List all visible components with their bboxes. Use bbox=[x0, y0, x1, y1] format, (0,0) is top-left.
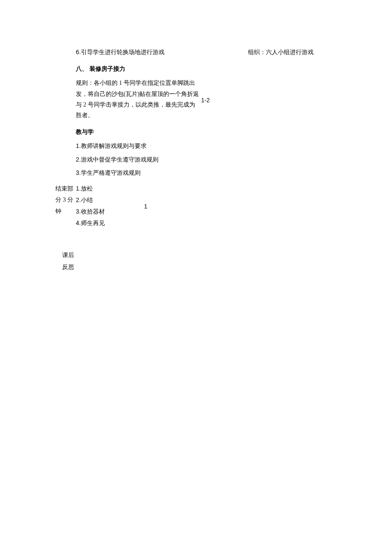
teach-line-3: 3.学生严格遵守游戏规则 bbox=[76, 168, 333, 178]
rule-row: 规则：各小组的 1 号同学在指定位置单脚跳出发，将自己的沙包(瓦片)贴在屋顶的一… bbox=[76, 78, 333, 123]
ending-item-2-text: 小结 bbox=[81, 197, 93, 203]
content-row-top: 6.引导学生进行轮换场地进行游戏 组织：六人小组进行游戏 八、 装修房子接力 规… bbox=[55, 47, 337, 181]
teach-2-text: 游戏中督促学生遵守游戏规则 bbox=[81, 156, 159, 163]
rule-text: 规则：各小组的 1 号同学在指定位置单脚跳出发，将自己的沙包(瓦片)贴在屋顶的一… bbox=[76, 78, 199, 121]
ending-label-2: 分 3 分 bbox=[55, 194, 76, 206]
ending-item-3-text: 收拾器材 bbox=[81, 208, 105, 215]
teach-line-1: 1.教师讲解游戏规则与要求 bbox=[76, 141, 333, 151]
ending-label: 结束部 分 3 分 钟 bbox=[55, 183, 76, 217]
ending-number: 1 bbox=[144, 201, 164, 212]
line-6: 6.引导学生进行轮换场地进行游戏 bbox=[76, 47, 248, 58]
ending-item-1: 1.放松 bbox=[76, 183, 144, 194]
ending-section: 结束部 分 3 分 钟 1.放松 2.小结 3.收拾器材 4.师生再见 1 bbox=[55, 183, 337, 230]
rule-number: 1-2 bbox=[201, 95, 210, 106]
ending-item-1-text: 放松 bbox=[81, 185, 93, 192]
ending-item-2: 2.小结 bbox=[76, 195, 144, 205]
ending-item-3: 3.收拾器材 bbox=[76, 206, 144, 217]
reflection-line-2: 反思 bbox=[62, 261, 337, 273]
teach-line-2: 2.游戏中督促学生遵守游戏规则 bbox=[76, 154, 333, 165]
ending-item-4-text: 师生再见 bbox=[81, 220, 105, 226]
ending-content: 1.放松 2.小结 3.收拾器材 4.师生再见 1 bbox=[76, 183, 337, 230]
ending-label-3: 钟 bbox=[55, 206, 76, 217]
right-organization: 组织：六人小组进行游戏 bbox=[248, 47, 333, 58]
right-org-text: 组织：六人小组进行游戏 bbox=[248, 49, 314, 55]
section-8-title: 八、 装修房子接力 bbox=[76, 64, 333, 74]
teach-3-text: 学生严格遵守游戏规则 bbox=[81, 170, 141, 176]
teach-1-text: 教师讲解游戏规则与要求 bbox=[81, 143, 147, 149]
ending-label-1: 结束部 bbox=[55, 183, 76, 195]
reflection-line-1: 课后 bbox=[62, 249, 337, 261]
main-content: 6.引导学生进行轮换场地进行游戏 组织：六人小组进行游戏 八、 装修房子接力 规… bbox=[76, 47, 337, 181]
ending-item-4: 4.师生再见 bbox=[76, 218, 144, 228]
line-6-text: 引导学生进行轮换场地进行游戏 bbox=[81, 49, 164, 55]
reflection-section: 课后 反思 bbox=[62, 249, 337, 273]
teach-title: 教与学 bbox=[76, 127, 333, 137]
